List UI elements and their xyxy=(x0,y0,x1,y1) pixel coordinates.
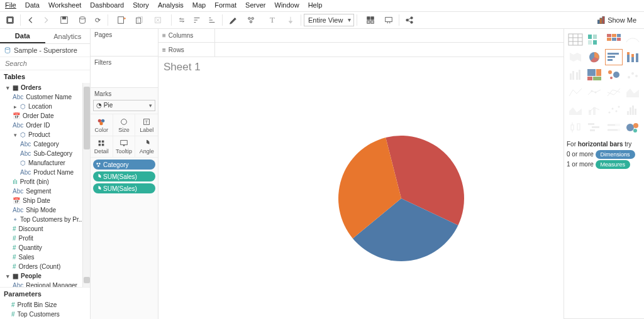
mark-tooltip-button[interactable]: Tooltip xyxy=(113,136,136,157)
forward-arrow-icon[interactable] xyxy=(38,13,53,27)
menu-data[interactable]: Data xyxy=(25,1,40,11)
pill-sum-sales-angle[interactable]: SUM(Sales) xyxy=(93,183,155,193)
tab-analytics[interactable]: Analytics xyxy=(45,29,91,43)
show-cards-icon[interactable] xyxy=(360,13,381,27)
sm-pie[interactable] xyxy=(586,49,603,65)
start-page-icon[interactable] xyxy=(3,13,18,27)
save-icon[interactable] xyxy=(53,13,75,27)
sm-bullet[interactable] xyxy=(605,119,623,136)
field-ship-mode[interactable]: Abc Ship Mode xyxy=(1,205,89,215)
sm-stacked-bar[interactable] xyxy=(624,49,641,65)
new-worksheet-icon[interactable] xyxy=(111,13,132,27)
pause-updates-icon[interactable]: ⟳ xyxy=(90,13,105,27)
field-profit[interactable]: # Profit xyxy=(1,234,89,243)
sort-asc-icon[interactable] xyxy=(189,13,204,27)
sm-circle-views[interactable] xyxy=(605,67,623,83)
sm-heat-map[interactable] xyxy=(586,31,603,48)
field-ship-date[interactable]: 📅 Ship Date xyxy=(1,196,89,205)
field-manufacturer[interactable]: ⬡ Manufacturer xyxy=(1,158,89,168)
filters-shelf[interactable]: Filters xyxy=(91,57,158,88)
table-orders[interactable]: ▾▦ Orders xyxy=(1,83,89,92)
swap-icon[interactable] xyxy=(174,13,189,27)
share-icon[interactable] xyxy=(402,13,417,27)
sm-box-plot[interactable] xyxy=(567,119,584,136)
pill-sum-sales-size[interactable]: SUM(Sales) xyxy=(93,171,155,181)
sm-line-disc[interactable] xyxy=(586,84,603,100)
scrollbar-thumb-bottom[interactable] xyxy=(84,277,90,283)
field-order-id[interactable]: Abc Order ID xyxy=(1,121,89,130)
mark-type-select[interactable]: ◔ Pie xyxy=(93,100,155,111)
sm-histogram[interactable] xyxy=(624,102,641,118)
sm-side-bar[interactable] xyxy=(567,67,584,83)
sm-treemap[interactable] xyxy=(586,67,603,83)
fit-select[interactable]: Entire View xyxy=(304,14,354,26)
sm-area-disc[interactable] xyxy=(567,102,584,118)
menu-format[interactable]: Format xyxy=(214,1,236,11)
scrollbar-thumb[interactable] xyxy=(84,87,90,149)
mark-label-button[interactable]: TLabel xyxy=(135,114,158,136)
menu-analysis[interactable]: Analysis xyxy=(158,1,184,11)
back-arrow-icon[interactable] xyxy=(23,13,38,27)
field-location[interactable]: ▸⬡ Location xyxy=(1,102,89,111)
presentation-icon[interactable] xyxy=(381,13,396,27)
new-datasource-icon[interactable] xyxy=(75,13,90,27)
field-orders-count[interactable]: # Orders (Count) xyxy=(1,262,89,271)
sm-side-circle[interactable] xyxy=(624,67,641,83)
menu-help[interactable]: Help xyxy=(308,1,323,11)
sm-symbol-map[interactable] xyxy=(624,31,641,48)
table-people[interactable]: ▾▦ People xyxy=(1,271,89,281)
field-regional-manager[interactable]: Abc Regional Manager xyxy=(1,281,89,287)
field-segment[interactable]: Abc Segment xyxy=(1,187,89,196)
menu-map[interactable]: Map xyxy=(192,1,206,11)
field-top-customers-by-profit[interactable]: ⚬ Top Customers by Pr... xyxy=(1,215,89,224)
mark-detail-button[interactable]: Detail xyxy=(91,136,113,157)
text-label-icon[interactable]: T xyxy=(262,13,283,27)
sort-desc-icon[interactable] xyxy=(204,13,219,27)
sm-filled-map[interactable] xyxy=(567,49,584,65)
field-profit-bin[interactable]: ılı Profit (bin) xyxy=(1,177,89,187)
highlight-icon[interactable] xyxy=(225,13,240,27)
group-icon[interactable] xyxy=(240,13,262,27)
svg-point-25 xyxy=(411,21,413,24)
field-product[interactable]: ▾⬡ Product xyxy=(1,130,89,139)
mark-color-button[interactable]: Color xyxy=(91,114,113,136)
tree-scrollbar[interactable] xyxy=(82,83,90,287)
sm-gantt[interactable] xyxy=(586,119,603,136)
mark-size-button[interactable]: Size xyxy=(113,114,136,136)
field-order-date[interactable]: 📅 Order Date xyxy=(1,111,89,121)
show-me-button[interactable]: Show Me xyxy=(592,13,641,27)
field-sales[interactable]: # Sales xyxy=(1,252,89,262)
field-customer-name[interactable]: Abc Customer Name xyxy=(1,92,89,102)
mark-angle-button[interactable]: Angle xyxy=(135,136,158,157)
sm-dual-combo[interactable] xyxy=(586,102,603,118)
sm-dual-line[interactable] xyxy=(605,84,623,100)
datasource-row[interactable]: Sample - Superstore xyxy=(0,44,90,57)
sm-scatter[interactable] xyxy=(605,102,623,118)
tab-data[interactable]: Data xyxy=(0,29,45,43)
param-profit-bin-size[interactable]: # Profit Bin Size xyxy=(0,300,90,310)
search-input[interactable] xyxy=(3,58,95,68)
field-quantity[interactable]: # Quantity xyxy=(1,243,89,252)
sm-line-cont[interactable] xyxy=(567,84,584,100)
duplicate-icon[interactable] xyxy=(132,13,147,27)
clear-icon[interactable] xyxy=(147,13,169,27)
field-discount[interactable]: # Discount xyxy=(1,224,89,234)
pill-category[interactable]: Category xyxy=(93,160,155,170)
sm-highlight-table[interactable] xyxy=(605,31,623,48)
menu-dashboard[interactable]: Dashboard xyxy=(90,1,124,11)
menu-worksheet[interactable]: Worksheet xyxy=(48,1,81,11)
sm-packed-bubbles[interactable] xyxy=(624,119,641,136)
menu-story[interactable]: Story xyxy=(133,1,149,11)
param-top-customers[interactable]: # Top Customers xyxy=(0,310,90,319)
menu-window[interactable]: Window xyxy=(275,1,299,11)
sm-area[interactable] xyxy=(624,84,641,100)
pin-icon[interactable] xyxy=(283,13,298,27)
menu-server[interactable]: Server xyxy=(245,1,265,11)
pages-shelf[interactable]: Pages xyxy=(91,29,158,57)
field-category[interactable]: Abc Category xyxy=(1,139,89,149)
field-sub-category[interactable]: Abc Sub-Category xyxy=(1,149,89,158)
menu-file[interactable]: File xyxy=(5,1,16,11)
sm-text-table[interactable] xyxy=(567,31,584,48)
sm-horizontal-bar[interactable] xyxy=(605,49,623,65)
field-product-name[interactable]: Abc Product Name xyxy=(1,168,89,177)
